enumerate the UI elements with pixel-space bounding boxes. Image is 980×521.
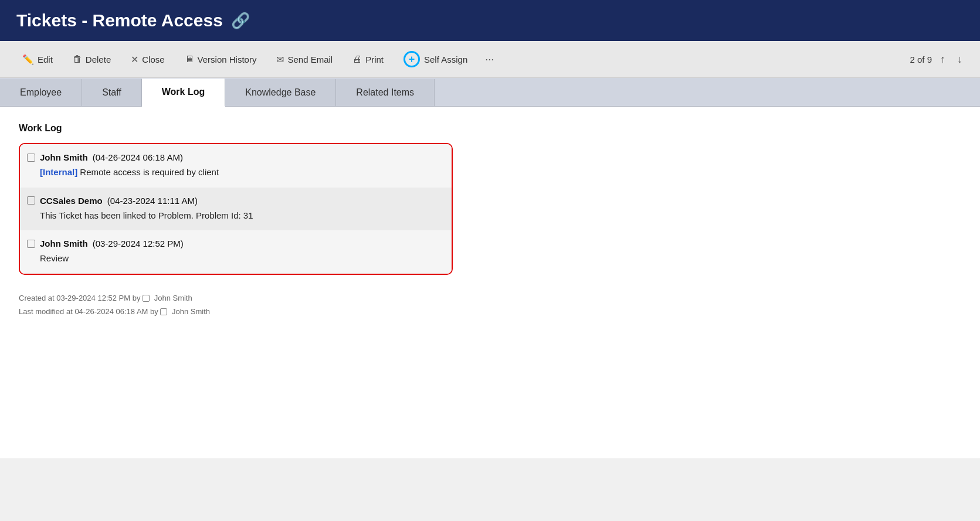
entry-author-2: CCSales Demo [40,196,103,206]
page-header: Tickets - Remote Access 🔗 [0,0,980,41]
worklog-entry-2: CCSales Demo (04-23-2024 11:11 AM) This … [20,188,452,231]
entry-author-3: John Smith [40,239,88,248]
entry-checkbox-1[interactable] [27,154,35,162]
entry-date-3: (03-29-2024 12:52 PM) [93,239,184,248]
page-title: Tickets - Remote Access [16,11,223,30]
entry-date-2: (04-23-2024 11:11 AM) [107,196,198,206]
main-content: Work Log John Smith (04-26-2024 06:18 AM… [0,107,980,458]
entry-body-2: This Ticket has been linked to Problem. … [27,209,442,223]
entry-header-2: CCSales Demo (04-23-2024 11:11 AM) [27,196,442,206]
edit-button[interactable]: ✏️ Edit [14,49,61,70]
footer-info: Created at 03-29-2024 12:52 PM by John S… [19,291,961,319]
pagination: 2 of 9 ↑ ↓ [910,51,966,68]
entry-checkbox-3[interactable] [27,240,35,248]
self-assign-button[interactable]: + Self Assign [395,47,476,71]
send-email-button[interactable]: ✉ Send Email [268,49,341,70]
print-button[interactable]: 🖨 Print [344,49,392,69]
version-history-icon: 🖥 [185,54,194,64]
more-options-button[interactable]: ··· [479,49,500,70]
modified-by-checkbox [160,308,167,315]
entry-body-3: Review [27,252,442,265]
worklog-container: John Smith (04-26-2024 06:18 AM) [Intern… [19,143,453,275]
tabs-bar: Employee Staff Work Log Knowledge Base R… [0,78,980,107]
tab-related-items[interactable]: Related Items [336,79,435,106]
version-history-button[interactable]: 🖥 Version History [177,49,265,69]
more-icon: ··· [485,53,494,65]
tab-staff[interactable]: Staff [82,79,142,106]
entry-header-3: John Smith (03-29-2024 12:52 PM) [27,239,442,248]
entry-header-1: John Smith (04-26-2024 06:18 AM) [27,152,442,162]
send-email-icon: ✉ [276,54,284,65]
section-title: Work Log [19,123,961,134]
pagination-down-button[interactable]: ↓ [954,51,966,68]
modified-info: Last modified at 04-26-2024 06:18 AM by … [19,305,961,318]
tab-knowledge-base[interactable]: Knowledge Base [225,79,336,106]
link-icon: 🔗 [231,12,250,30]
created-by-checkbox [143,295,150,302]
entry-body-1: [Internal] Remote access is required by … [27,166,442,179]
internal-tag-1: [Internal] [40,167,77,177]
delete-icon: 🗑 [73,54,82,64]
worklog-entry-1: John Smith (04-26-2024 06:18 AM) [Intern… [20,144,452,188]
toolbar: ✏️ Edit 🗑 Delete ✕ Close 🖥 Version Histo… [0,41,980,78]
edit-icon: ✏️ [22,54,34,65]
entry-date-1: (04-26-2024 06:18 AM) [93,152,183,162]
self-assign-icon: + [403,51,420,67]
close-button[interactable]: ✕ Close [123,49,172,70]
pagination-up-button[interactable]: ↑ [937,51,949,68]
tab-work-log[interactable]: Work Log [142,79,225,107]
worklog-entry-3: John Smith (03-29-2024 12:52 PM) Review [20,230,452,274]
entry-checkbox-2[interactable] [27,196,35,205]
print-icon: 🖨 [352,54,362,64]
delete-button[interactable]: 🗑 Delete [65,49,119,69]
entry-author-1: John Smith [40,152,88,162]
created-info: Created at 03-29-2024 12:52 PM by John S… [19,291,961,305]
tab-employee[interactable]: Employee [0,79,82,106]
close-icon: ✕ [131,54,138,65]
